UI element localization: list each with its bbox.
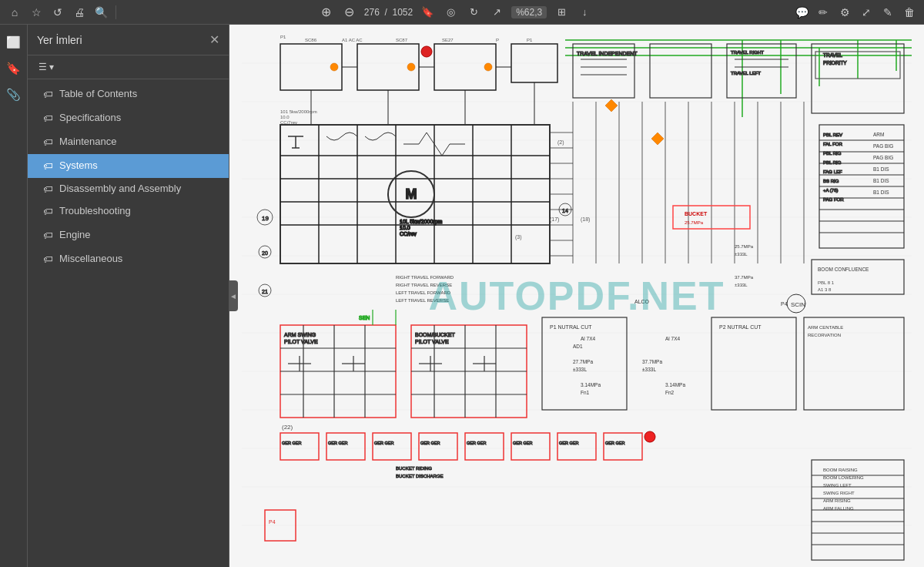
sidebar-close-button[interactable]: ✕ — [209, 32, 219, 47]
bookmark-icon-sys: 🏷 — [43, 160, 53, 172]
svg-text:19: 19 — [262, 215, 269, 222]
comment-icon[interactable]: 💬 — [793, 4, 810, 21]
svg-text:±333L: ±333L — [642, 367, 656, 372]
sidebar-item-label: Troubleshooting — [59, 205, 131, 218]
toolbar-separator-1 — [116, 5, 116, 19]
refresh-icon[interactable]: ↻ — [465, 4, 482, 21]
svg-text:GER GER: GER GER — [513, 441, 532, 445]
svg-text:GER GER: GER GER — [605, 441, 624, 445]
sidebar-item-label: Engine — [59, 229, 90, 242]
sidebar-items-list: 🏷 Table of Contents 🏷 Specifications 🏷 M… — [28, 79, 229, 567]
svg-text:3.14MPa: 3.14MPa — [665, 382, 685, 388]
trash-icon[interactable]: 🗑 — [901, 4, 918, 21]
print-icon[interactable]: 🖨 — [71, 4, 88, 21]
svg-text:3.14MPa: 3.14MPa — [581, 382, 601, 388]
icon-bar-bookmarks[interactable]: 🔖 — [2, 57, 25, 80]
svg-text:10.0: 10.0 — [280, 115, 290, 119]
search-icon[interactable]: 🔍 — [92, 4, 109, 21]
svg-text:(17): (17) — [550, 216, 559, 223]
sidebar-item-troubleshooting[interactable]: 🏷 Troubleshooting — [28, 200, 229, 223]
zoom-level[interactable]: %62,3 — [511, 6, 547, 18]
history-icon[interactable]: ↺ — [49, 4, 66, 21]
svg-text:10L 5kw/2000rpm: 10L 5kw/2000rpm — [400, 219, 443, 225]
sidebar-item-table-of-contents[interactable]: 🏷 Table of Contents — [28, 82, 229, 106]
expand-icon[interactable]: ⤢ — [858, 4, 875, 21]
icon-bar-pages[interactable]: ⬜ — [2, 31, 25, 54]
svg-point-205 — [644, 431, 655, 442]
pdf-viewer[interactable]: AUTOPDF.NET — [229, 25, 924, 567]
svg-text:LEFT TRAVEL FORWARD: LEFT TRAVEL FORWARD — [396, 290, 451, 295]
toolbar-right: 💬 ✏ ⚙ ⤢ ✎ 🗑 — [793, 4, 918, 21]
svg-text:TRAVEL: TRAVEL — [823, 52, 842, 58]
icon-bar-attachments[interactable]: 📎 — [2, 83, 25, 106]
home-icon[interactable]: ⌂ — [6, 4, 23, 21]
svg-text:Fn1: Fn1 — [581, 390, 590, 395]
sidebar-item-label: Systems — [59, 159, 98, 173]
svg-text:SCIN: SCIN — [791, 301, 805, 308]
sidebar-item-engine[interactable]: 🏷 Engine — [28, 223, 229, 247]
svg-text:20: 20 — [262, 250, 268, 256]
svg-text:PBL 8 1: PBL 8 1 — [818, 280, 835, 285]
diagram-container: AUTOPDF.NET — [229, 25, 924, 567]
svg-text:FAG LEF: FAG LEF — [823, 169, 842, 174]
svg-text:CC/7rev: CC/7rev — [280, 120, 297, 125]
svg-point-34 — [407, 63, 415, 71]
sidebar-item-maintenance[interactable]: 🏷 Maintenance — [28, 130, 229, 154]
filter-icon: ☰ — [38, 62, 47, 72]
svg-text:+A (78): +A (78) — [823, 188, 839, 193]
svg-text:BS RIG: BS RIG — [823, 179, 839, 183]
svg-text:37.7MPa: 37.7MPa — [735, 275, 754, 280]
svg-text:TRAVEL LEFT: TRAVEL LEFT — [731, 71, 761, 75]
share-icon[interactable]: ↗ — [488, 4, 505, 21]
bookmark-icon-trouble: 🏷 — [43, 206, 53, 217]
top-toolbar: ⌂ ☆ ↺ 🖨 🔍 ⊕ ⊖ 276 / 1052 🔖 ◎ ↻ ↗ %62,3 ⊞… — [0, 0, 924, 25]
svg-text:25.7MPa: 25.7MPa — [735, 244, 754, 249]
svg-text:Al 7X4: Al 7X4 — [581, 336, 596, 341]
svg-text:SE27: SE27 — [442, 38, 454, 42]
bookmark-icon-toc: 🏷 — [43, 89, 53, 100]
svg-text:RIGHT TRAVEL REVERSE: RIGHT TRAVEL REVERSE — [396, 283, 452, 287]
tool-icon[interactable]: ⚙ — [836, 4, 853, 21]
svg-text:FAL FOR: FAL FOR — [823, 142, 842, 146]
sidebar-item-specifications[interactable]: 🏷 Specifications — [28, 106, 229, 130]
svg-point-36 — [421, 46, 432, 57]
svg-text:±333L: ±333L — [573, 367, 587, 372]
nav-down-icon[interactable]: ⊕ — [318, 4, 335, 21]
sidebar-item-disassembly[interactable]: 🏷 Disassembly and Assembly — [28, 178, 229, 200]
svg-text:101 5kw/2000rpm: 101 5kw/2000rpm — [280, 109, 317, 114]
sidebar-collapse-handle[interactable]: ◄ — [229, 280, 238, 311]
sidebar-item-miscellaneous[interactable]: 🏷 Miscellaneous — [28, 247, 229, 271]
nav-up-icon[interactable]: ⊖ — [341, 4, 358, 21]
svg-text:ARM RISING: ARM RISING — [823, 498, 851, 503]
svg-text:GER GER: GER GER — [559, 441, 578, 445]
svg-text:ARM SWING: ARM SWING — [284, 332, 316, 337]
bookmark-icon-spec: 🏷 — [43, 112, 53, 124]
dropdown-icon: ▾ — [49, 62, 54, 72]
svg-text:25.7MPa: 25.7MPa — [685, 220, 704, 225]
svg-text:Al 7X4: Al 7X4 — [665, 336, 681, 341]
sidebar-item-systems[interactable]: 🏷 Systems — [28, 154, 229, 178]
icon-bar: ⬜ 🔖 📎 — [0, 25, 28, 567]
circle-icon[interactable]: ◎ — [442, 4, 459, 21]
fit-icon[interactable]: ⊞ — [553, 4, 570, 21]
svg-text:GER GER: GER GER — [328, 441, 347, 445]
svg-text:27.7MPa: 27.7MPa — [573, 359, 593, 364]
svg-text:A1 3 8: A1 3 8 — [818, 287, 832, 292]
svg-text:(3): (3) — [515, 234, 522, 240]
sidebar-item-label: Maintenance — [59, 136, 116, 149]
svg-text:BUCKET DISCHARGE: BUCKET DISCHARGE — [396, 474, 444, 478]
bookmark-star-icon[interactable]: ☆ — [28, 4, 45, 21]
download-icon[interactable]: ↓ — [576, 4, 593, 21]
svg-text:PBL REV: PBL REV — [823, 133, 842, 137]
sidebar-panel: Yer İmleri ✕ ☰ ▾ 🏷 Table of Contents 🏷 S… — [28, 25, 229, 567]
svg-text:PILOT VALVE: PILOT VALVE — [415, 339, 449, 344]
svg-text:BOOM LOWERING: BOOM LOWERING — [823, 475, 864, 480]
edit-icon[interactable]: ✎ — [879, 4, 896, 21]
svg-text:SC86: SC86 — [305, 38, 317, 42]
svg-text:(2): (2) — [557, 139, 564, 146]
svg-text:PRIORITY: PRIORITY — [823, 60, 847, 65]
svg-text:P4: P4 — [781, 301, 788, 307]
bookmark-active-icon[interactable]: 🔖 — [419, 4, 436, 21]
sidebar-filter-btn[interactable]: ☰ ▾ — [35, 60, 57, 74]
annotate-icon[interactable]: ✏ — [815, 4, 832, 21]
